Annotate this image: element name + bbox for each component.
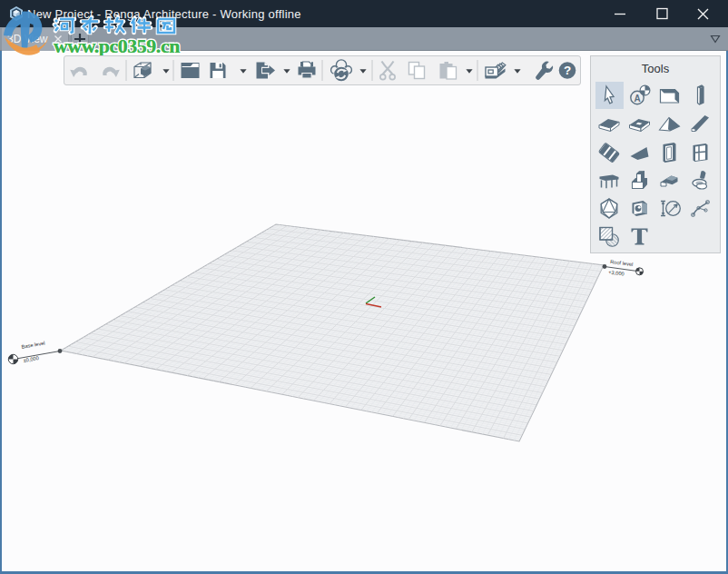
svg-text:+3,000: +3,000 — [608, 270, 625, 277]
svg-text:Roof level: Roof level — [610, 259, 634, 267]
svg-text:Base level: Base level — [21, 341, 45, 350]
svg-text:±0,000: ±0,000 — [23, 355, 39, 363]
svg-text:A: A — [634, 94, 640, 104]
